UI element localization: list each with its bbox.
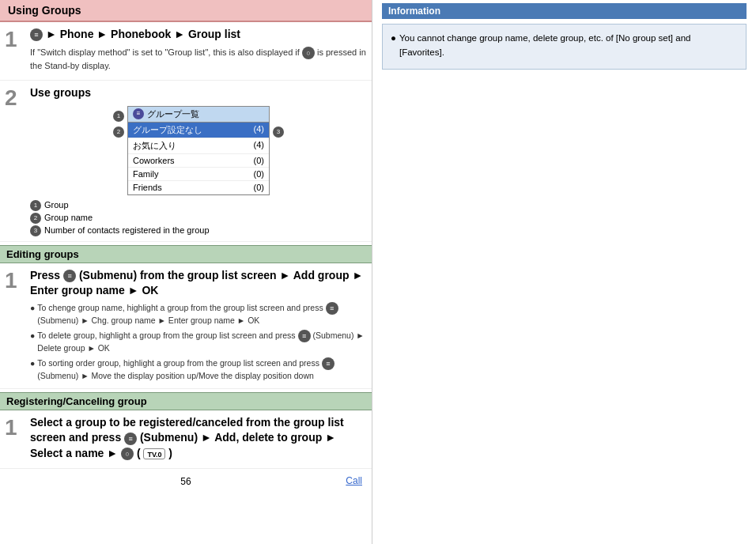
step1-content: ≡ ► Phone ► Phonebook ► Group list If "S… [27, 27, 367, 77]
annotation-num-3: 3 [30, 225, 41, 236]
submenu-icon-2: ≡ [326, 302, 338, 315]
menu-icon: ≡ [30, 28, 43, 41]
group-list-container: 1 2 3 ≡ グループ一覧 [30, 106, 367, 195]
bullet-2: ● To delete group, highlight a group fro… [30, 330, 367, 355]
tv-button: TV.0 [143, 448, 165, 459]
info-content: ● You cannot change group name, delete g… [382, 24, 747, 70]
step4-title: Select a group to be registered/canceled… [30, 415, 367, 462]
right-panel: Information ● You cannot change group na… [372, 0, 756, 544]
submenu-icon-3: ≡ [298, 330, 311, 342]
annotation-num-1: 1 [30, 200, 41, 211]
step4-content: Select a group to be registered/canceled… [27, 415, 367, 465]
menu-small-icon: ≡ [133, 108, 144, 119]
group-row-4: Friends (0) [128, 181, 269, 195]
editing-groups-header: Editing groups [0, 245, 372, 263]
submenu-icon-4: ≡ [322, 357, 335, 370]
step1-title: ≡ ► Phone ► Phonebook ► Group list [30, 27, 367, 43]
step2-block: 2 Use groups 1 2 3 [0, 81, 372, 242]
circle-icon-2: ○ [121, 448, 134, 460]
step3-bullets: ● To chenge group name, highlight a grou… [30, 302, 367, 383]
step2-content: Use groups 1 2 3 [27, 85, 367, 238]
info-header: Information [382, 3, 747, 19]
annotation-2: 2 Group name [30, 213, 367, 224]
group-table-wrapper: 1 2 3 ≡ グループ一覧 [127, 106, 270, 195]
group-row-0: グループ設定なし (4) [128, 123, 269, 138]
step4-block: 1 Select a group to be registered/cancel… [0, 410, 372, 469]
using-groups-header: Using Groups [0, 0, 372, 22]
step3-title: Press ≡ (Submenu) from the group list sc… [30, 268, 367, 299]
annotation-1: 1 Group [30, 200, 367, 211]
group-table: ≡ グループ一覧 グループ設定なし (4) お気に入り (4) Cowork [127, 106, 270, 195]
registering-header: Registering/Canceling group [0, 392, 372, 410]
circle-icon: ○ [302, 47, 315, 59]
annotation-3: 3 Number of contacts registered in the g… [30, 225, 367, 236]
bullet-3: ● To sorting order group, highlight a gr… [30, 357, 367, 383]
step2-title: Use groups [30, 85, 367, 101]
group-row-1: お気に入り (4) [128, 138, 269, 154]
submenu-icon-1: ≡ [63, 270, 76, 282]
step1-number: 1 [5, 28, 27, 77]
info-bullet-1: ● You cannot change group name, delete g… [391, 31, 738, 60]
step1-block: 1 ≡ ► Phone ► Phonebook ► Group list If … [0, 22, 372, 81]
call-link[interactable]: Call [346, 475, 362, 486]
step1-desc: If "Switch display method" is set to "Gr… [30, 46, 367, 73]
group-row-3: Family (0) [128, 168, 269, 181]
step2-number: 2 [5, 87, 27, 238]
marker-1: 1 [113, 111, 124, 122]
step3-number: 1 [5, 270, 27, 385]
page-footer: 56 Call [0, 475, 372, 487]
marker-3: 3 [273, 127, 284, 138]
marker-2: 2 [113, 127, 124, 138]
annotation-num-2: 2 [30, 213, 41, 224]
left-panel: Using Groups 1 ≡ ► Phone ► Phonebook ► G… [0, 0, 372, 544]
step3-block: 1 Press ≡ (Submenu) from the group list … [0, 263, 372, 389]
group-table-header: ≡ グループ一覧 [128, 107, 269, 123]
bullet-1: ● To chenge group name, highlight a grou… [30, 302, 367, 327]
step3-content: Press ≡ (Submenu) from the group list sc… [27, 268, 367, 385]
step4-number: 1 [5, 417, 27, 465]
annotation-list: 1 Group 2 Group name 3 Number of contact… [30, 200, 367, 236]
submenu-icon-5: ≡ [124, 433, 137, 445]
group-row-2: Coworkers (0) [128, 154, 269, 168]
